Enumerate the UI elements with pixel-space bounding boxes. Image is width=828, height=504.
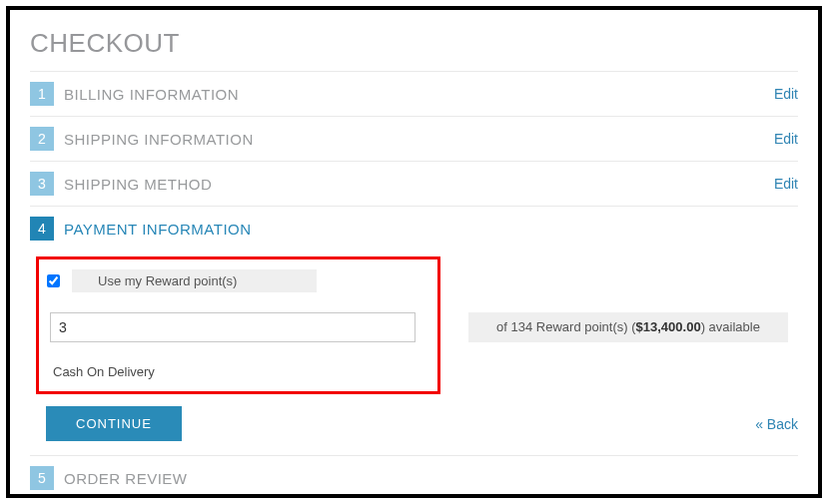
available-suffix: ) available	[701, 319, 760, 334]
use-rewards-checkbox[interactable]	[47, 274, 60, 287]
reward-points-available: of 134 Reward point(s) ($13,400.00) avai…	[468, 312, 788, 342]
back-link[interactable]: « Back	[755, 416, 798, 432]
step-order-review: 5 ORDER REVIEW	[30, 455, 798, 498]
edit-shipping-method-link[interactable]: Edit	[774, 176, 798, 192]
edit-billing-link[interactable]: Edit	[774, 86, 798, 102]
step-number-2: 2	[30, 127, 54, 151]
step-number-3: 3	[30, 172, 54, 196]
use-rewards-label: Use my Reward point(s)	[72, 269, 317, 292]
step-title-billing: BILLING INFORMATION	[64, 86, 774, 103]
continue-button[interactable]: CONTINUE	[46, 406, 182, 441]
step-title-shipping-info: SHIPPING INFORMATION	[64, 131, 774, 148]
step-number-1: 1	[30, 82, 54, 106]
payment-method-label: Cash On Delivery	[53, 364, 429, 379]
step-number-5: 5	[30, 466, 54, 490]
available-prefix: of 134 Reward point(s) (	[496, 319, 635, 334]
edit-shipping-info-link[interactable]: Edit	[774, 131, 798, 147]
reward-points-highlight: Use my Reward point(s) of 134 Reward poi…	[36, 256, 440, 394]
step-shipping-method: 3 SHIPPING METHOD Edit	[30, 161, 798, 206]
step-title-order-review: ORDER REVIEW	[64, 470, 798, 487]
step-number-4: 4	[30, 217, 54, 241]
step-title-payment: PAYMENT INFORMATION	[64, 221, 798, 238]
step-title-shipping-method: SHIPPING METHOD	[64, 176, 774, 193]
step-payment: 4 PAYMENT INFORMATION	[30, 206, 798, 251]
available-amount: $13,400.00	[636, 319, 701, 334]
reward-points-input[interactable]	[50, 312, 415, 342]
step-shipping-info: 2 SHIPPING INFORMATION Edit	[30, 116, 798, 161]
step-billing: 1 BILLING INFORMATION Edit	[30, 72, 798, 116]
page-title: CHECKOUT	[30, 28, 798, 59]
